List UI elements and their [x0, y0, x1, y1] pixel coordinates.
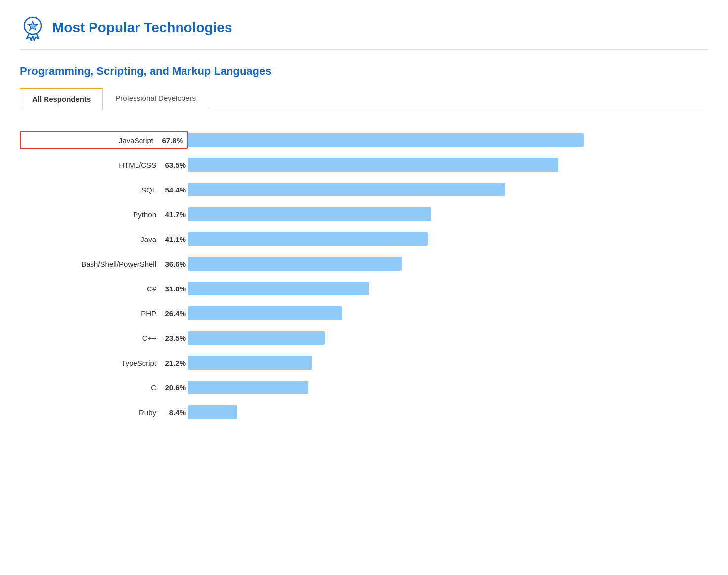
chart-bar [188, 356, 312, 370]
page-title: Most Popular Technologies [52, 20, 232, 36]
chart-bar-wrapper [188, 404, 708, 420]
chart-item-label: Ruby [139, 408, 156, 417]
chart-item-label: C++ [142, 334, 156, 342]
chart-row: Python41.7% [20, 204, 708, 224]
chart-row: TypeScript21.2% [20, 353, 708, 373]
chart-label-group: HTML/CSS63.5% [20, 161, 188, 169]
chart-item-label: Java [140, 235, 156, 243]
chart-item-percent: 20.6% [161, 383, 186, 392]
svg-marker-1 [28, 21, 38, 30]
chart-item-label: Bash/Shell/PowerShell [81, 260, 156, 268]
award-icon [20, 15, 46, 41]
chart-label-group: PHP26.4% [20, 309, 188, 318]
chart-bar [188, 133, 584, 147]
chart-bar [188, 282, 369, 295]
chart-bar [188, 183, 505, 196]
chart-row: Java41.1% [20, 229, 708, 249]
chart-bar-wrapper [188, 281, 708, 296]
section-title: Programming, Scripting, and Markup Langu… [20, 65, 708, 78]
chart-item-percent: 67.8% [158, 136, 183, 144]
chart-bar-wrapper [188, 231, 708, 247]
chart-item-percent: 41.1% [161, 235, 186, 243]
chart-row: C#31.0% [20, 279, 708, 298]
tab-bar: All Respondents Professional Developers [20, 88, 708, 110]
chart-label-group: SQL54.4% [20, 186, 188, 194]
chart-row: HTML/CSS63.5% [20, 155, 708, 175]
chart-label-group: Ruby8.4% [20, 408, 188, 417]
chart-item-label: SQL [141, 186, 156, 194]
chart-item-percent: 36.6% [161, 260, 186, 268]
chart-label-group: C++23.5% [20, 334, 188, 342]
tab-professional-developers[interactable]: Professional Developers [103, 88, 208, 110]
chart-bar-wrapper [188, 330, 708, 346]
chart-row: Bash/Shell/PowerShell36.6% [20, 254, 708, 274]
chart-label-group: JavaScript67.8% [20, 131, 188, 149]
chart-bar-wrapper [188, 132, 708, 148]
chart-item-percent: 21.2% [161, 359, 186, 367]
chart-bar-wrapper [188, 305, 708, 321]
chart-bar-wrapper [188, 355, 708, 371]
chart-item-percent: 26.4% [161, 309, 186, 318]
chart-bar [188, 158, 558, 172]
chart-bar [188, 331, 325, 345]
chart-row: C20.6% [20, 378, 708, 397]
chart-item-label: HTML/CSS [119, 161, 156, 169]
chart-label-group: Python41.7% [20, 210, 188, 219]
chart-row: PHP26.4% [20, 303, 708, 323]
chart-item-label: TypeScript [121, 359, 156, 367]
chart-row: JavaScript67.8% [20, 130, 708, 150]
bar-chart: JavaScript67.8%HTML/CSS63.5%SQL54.4%Pyth… [20, 125, 708, 432]
chart-item-percent: 8.4% [161, 408, 186, 417]
chart-label-group: C20.6% [20, 383, 188, 392]
chart-row: SQL54.4% [20, 180, 708, 199]
chart-bar [188, 207, 431, 221]
chart-bar [188, 405, 237, 419]
chart-item-label: Python [133, 210, 156, 219]
page-header: Most Popular Technologies [20, 15, 708, 50]
chart-bar-wrapper [188, 380, 708, 395]
chart-row: Ruby8.4% [20, 402, 708, 422]
chart-row: C++23.5% [20, 328, 708, 348]
chart-bar-wrapper [188, 157, 708, 173]
chart-bar [188, 257, 402, 271]
chart-bar [188, 306, 342, 320]
chart-bar [188, 232, 428, 246]
chart-item-label: C# [147, 285, 156, 293]
chart-label-group: C#31.0% [20, 285, 188, 293]
chart-item-percent: 23.5% [161, 334, 186, 342]
chart-label-group: TypeScript21.2% [20, 359, 188, 367]
chart-label-group: Java41.1% [20, 235, 188, 243]
chart-item-label: C [151, 383, 156, 392]
chart-item-percent: 31.0% [161, 285, 186, 293]
chart-item-label: JavaScript [119, 136, 153, 144]
chart-bar-wrapper [188, 206, 708, 222]
chart-label-group: Bash/Shell/PowerShell36.6% [20, 260, 188, 268]
tab-all-respondents[interactable]: All Respondents [20, 88, 103, 110]
chart-bar-wrapper [188, 256, 708, 272]
chart-item-label: PHP [141, 309, 156, 318]
chart-bar-wrapper [188, 182, 708, 197]
chart-item-percent: 41.7% [161, 210, 186, 219]
chart-item-percent: 63.5% [161, 161, 186, 169]
chart-item-percent: 54.4% [161, 186, 186, 194]
chart-bar [188, 381, 308, 394]
